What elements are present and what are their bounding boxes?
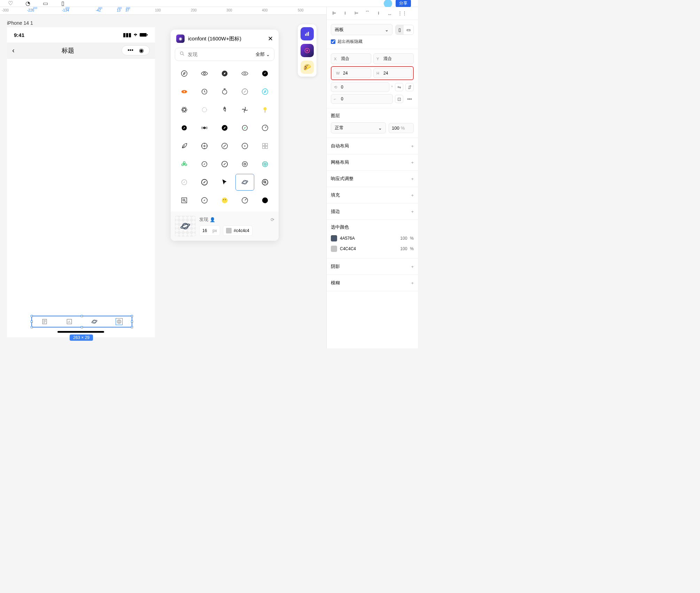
orientation-toggle[interactable]: ▯ ▭ [395, 25, 414, 35]
planet-icon[interactable] [91, 318, 98, 325]
icon-grid-layout[interactable] [256, 138, 274, 154]
icon-compass-solid[interactable] [256, 65, 274, 82]
timer-icon[interactable]: ◔ [24, 1, 31, 6]
icon-fan[interactable] [235, 101, 254, 118]
icon-compass-black[interactable] [175, 120, 194, 136]
align-bottom-icon[interactable]: ⎵ [387, 10, 393, 16]
icon-gauge[interactable] [256, 120, 274, 136]
icon-atom[interactable] [175, 101, 194, 118]
icon-compass-bold[interactable] [195, 174, 214, 191]
icon-broadcast[interactable] [195, 120, 214, 136]
device-icon[interactable]: ▯ [59, 1, 66, 6]
icon-stopwatch[interactable] [215, 83, 234, 100]
color-row-2[interactable]: C4C4C4 100 % [331, 244, 414, 254]
target-icon[interactable]: ◉ [136, 47, 147, 54]
icon-compass-fill2[interactable] [215, 120, 234, 136]
chart-icon[interactable] [66, 318, 73, 325]
distribute-icon[interactable]: ⋮⋮ [398, 10, 404, 16]
stroke-header[interactable]: 描边 + [327, 203, 418, 220]
icon-compass-green[interactable] [235, 120, 254, 136]
icon-compass-dark[interactable] [256, 192, 274, 209]
resize-handle[interactable] [31, 315, 33, 317]
icon-compass-ring[interactable] [195, 138, 214, 154]
width-input[interactable]: W 24 [333, 68, 371, 78]
plus-icon[interactable]: + [411, 264, 414, 269]
opacity-input[interactable]: 100 % [389, 123, 414, 133]
artboard-label[interactable]: iPhone 14 1 [7, 20, 33, 26]
size-input[interactable]: 16 px [199, 225, 220, 236]
back-icon[interactable]: ‹ [12, 46, 15, 54]
icon-eye-orange[interactable] [175, 83, 194, 100]
plus-icon[interactable]: + [411, 193, 414, 198]
icon-planet-dashed[interactable] [195, 101, 214, 118]
fill-header[interactable]: 填充 + [327, 187, 418, 203]
icon-compass-md[interactable] [215, 156, 234, 172]
radius-all-icon[interactable]: ⊡ [395, 95, 403, 103]
icon-rocket[interactable] [215, 101, 234, 118]
icon-compass-cyan[interactable] [256, 83, 274, 100]
rotation-input[interactable]: ⟲ 0 [331, 82, 389, 92]
icon-leaf[interactable] [175, 138, 194, 154]
icon-planet-selected[interactable] [235, 174, 254, 191]
responsive-header[interactable]: 响应式调整 + [327, 171, 418, 187]
blend-mode-dropdown[interactable]: 正常 ⌄ [331, 122, 386, 133]
icon-face-yellow[interactable] [215, 192, 234, 209]
flip-h-icon[interactable]: ⇋ [395, 83, 403, 91]
more-icon[interactable]: ••• [125, 47, 136, 54]
plugin-chart-icon[interactable] [301, 27, 314, 40]
align-center-h-icon[interactable]: ⫲ [342, 10, 348, 16]
icon-compass-outline[interactable] [175, 65, 194, 82]
icon-feather[interactable] [215, 138, 234, 154]
icon-compass-dots[interactable] [235, 138, 254, 154]
icon-search-circle[interactable] [256, 174, 274, 191]
icon-eye-outline[interactable] [195, 65, 214, 82]
tab-bar-selection[interactable] [31, 316, 132, 328]
icon-cursor-filled[interactable] [215, 174, 234, 191]
layers-icon[interactable]: ▭ [42, 1, 49, 6]
landscape-icon[interactable]: ▭ [404, 25, 413, 34]
refresh-icon[interactable]: ⟳ [271, 217, 274, 222]
align-top-icon[interactable]: ⎴ [364, 10, 371, 16]
icon-eye-line[interactable] [235, 65, 254, 82]
plugin-iconfont-icon[interactable] [301, 44, 314, 57]
plus-icon[interactable]: + [411, 176, 414, 182]
plus-icon[interactable]: + [411, 280, 414, 286]
radius-input[interactable]: ⌐ 0 [331, 94, 393, 104]
portrait-icon[interactable]: ▯ [396, 25, 404, 34]
y-input[interactable]: Y 混合 [373, 53, 414, 64]
icon-eye-teal[interactable] [256, 156, 274, 172]
height-input[interactable]: H 24 [373, 68, 412, 78]
align-center-v-icon[interactable]: ⫲ [375, 10, 382, 16]
plus-icon[interactable]: + [411, 209, 414, 214]
icon-compass-grey[interactable] [175, 174, 194, 191]
artboard-iphone14[interactable]: 9:41 ▮▮▮ ‹ 标题 ••• ◉ [7, 27, 155, 337]
more-options-icon[interactable]: ••• [405, 95, 414, 103]
resize-handle[interactable] [131, 321, 133, 323]
icon-lollipop[interactable] [256, 101, 274, 118]
color-input[interactable]: #c4c4c4 [223, 225, 252, 236]
resize-handle[interactable] [131, 326, 133, 328]
align-right-icon[interactable]: ⊨ [353, 10, 359, 16]
shadow-header[interactable]: 阴影 + [327, 259, 418, 275]
clip-checkbox[interactable]: 超出画板隐藏 [331, 39, 414, 45]
user-avatar[interactable] [384, 0, 392, 8]
align-left-icon[interactable]: ⊫ [331, 10, 337, 16]
plus-icon[interactable]: + [411, 160, 414, 165]
resize-handle[interactable] [81, 315, 83, 317]
share-button[interactable]: 分享 [396, 0, 411, 8]
grid-layout-header[interactable]: 网格布局 + [327, 154, 418, 171]
message-icon[interactable] [116, 318, 123, 325]
resize-handle[interactable] [31, 326, 33, 328]
icon-speedometer[interactable] [235, 192, 254, 209]
icon-compass-alt[interactable] [195, 192, 214, 209]
heart-icon[interactable]: ♡ [7, 1, 14, 6]
icon-compass-filled[interactable] [215, 65, 234, 82]
plus-icon[interactable]: + [411, 144, 414, 149]
icon-compass-sm[interactable] [195, 156, 214, 172]
icon-compass-thin[interactable] [235, 83, 254, 100]
x-input[interactable]: X 混合 [331, 53, 371, 64]
resize-handle[interactable] [131, 315, 133, 317]
auto-layout-header[interactable]: 自动布局 + [327, 138, 418, 154]
icon-timer-outline[interactable] [195, 83, 214, 100]
frame-type-dropdown[interactable]: 画板 ⌄ [331, 24, 392, 35]
